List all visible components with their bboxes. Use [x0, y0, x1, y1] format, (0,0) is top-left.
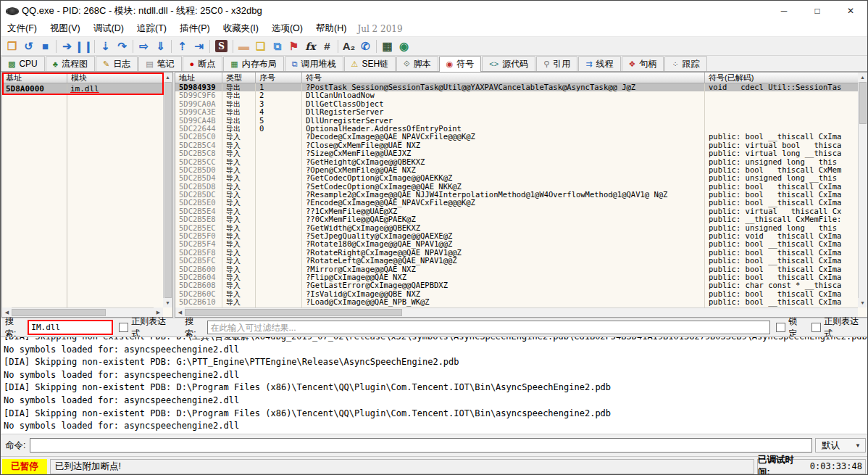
- string-refs-icon[interactable]: #: [319, 38, 335, 54]
- patches-icon[interactable]: ▬: [235, 38, 252, 54]
- tab-notes[interactable]: ▤笔记: [138, 56, 181, 71]
- symbol-row[interactable]: 5DC2B5F4导入?Rotate180@CxImage@@QAE_NPAV1@…: [175, 240, 858, 248]
- scroll-up-arrow[interactable]: ▲: [163, 73, 172, 82]
- scroll-thumb[interactable]: [12, 309, 106, 316]
- minimize-button[interactable]: ─: [767, 1, 801, 21]
- symbols-vscrollbar[interactable]: ▲ ▼: [858, 73, 867, 307]
- step-over-icon[interactable]: ↷: [114, 38, 130, 54]
- tab-call-stack[interactable]: ⧉调用堆栈: [285, 56, 343, 71]
- source-mode-icon[interactable]: S: [215, 40, 228, 52]
- menu-file[interactable]: 文件(F): [1, 22, 43, 35]
- modules-vscrollbar[interactable]: ▲ ▼: [163, 73, 172, 307]
- column-header-module[interactable]: 模块: [67, 73, 172, 83]
- tab-memory-map[interactable]: ▦内存布局: [223, 56, 283, 71]
- scroll-thumb[interactable]: [859, 82, 867, 124]
- run-icon[interactable]: ➔: [59, 38, 75, 54]
- module-row[interactable]: 5D8A0000im.dll: [2, 83, 172, 94]
- step-into-icon[interactable]: ⇣: [97, 38, 114, 54]
- symbol-row[interactable]: 5D984939导出1?PostTask_Session@SessionTask…: [175, 83, 858, 91]
- tab-graph[interactable]: ♣流程图: [46, 56, 95, 71]
- assemble-icon[interactable]: A₂: [341, 38, 357, 54]
- restart-icon[interactable]: ↺: [20, 38, 37, 54]
- checkbox-icon[interactable]: [119, 323, 128, 332]
- symbol-log-output[interactable]: [DIA] Skipping non-existent PDB: D:\工具\吾…: [1, 336, 867, 434]
- scroll-thumb[interactable]: [185, 309, 402, 316]
- symbol-row[interactable]: 5DC2B610导入?Load@CxImage@@QAE_NPB_WK@Zpub…: [175, 298, 858, 306]
- symbol-row[interactable]: 5DC2B5EC导入?GetWidth@CxImage@@QBEKXZpubli…: [175, 224, 858, 232]
- column-header-ordinal[interactable]: 序号: [255, 73, 301, 83]
- menu-trace[interactable]: 追踪(T): [130, 22, 173, 35]
- tab-threads[interactable]: ⇉线程: [578, 56, 620, 71]
- symbols-hscrollbar[interactable]: ◀: [175, 307, 858, 317]
- labels-icon[interactable]: ⧉: [269, 38, 285, 54]
- functions-icon[interactable]: fx: [302, 38, 319, 54]
- tab-references[interactable]: ⚲引用: [536, 56, 577, 71]
- symbol-row[interactable]: 5D99CA4B导出5DllUnregisterServer: [175, 117, 858, 125]
- symbol-row[interactable]: 5DC2B5C8导入?Size@CxMemFile@@UAEJXZpublic:…: [175, 149, 858, 157]
- symbol-row[interactable]: 5DC2B604导入?Flip@CxImage@@QAE_NXZpublic: …: [175, 273, 858, 281]
- column-header-address[interactable]: 地址: [175, 73, 222, 83]
- donate-globe-icon[interactable]: ◉: [396, 38, 412, 54]
- checkbox-icon[interactable]: [811, 323, 821, 332]
- symbol-row[interactable]: 5DC2B5F0导入?SetJpegQuality@CxImage@@QAEXE…: [175, 232, 858, 240]
- symbols-header[interactable]: 地址 类型 序号 符号 符号(已解码): [175, 73, 867, 83]
- symbol-row[interactable]: 5DC2B60C导入?IsValid@CxImage@@QBE_NXZpubli…: [175, 290, 858, 298]
- symbol-row[interactable]: 5DC2B5E0导入?Encode@CxImage@@QAE_NPAVCxFil…: [175, 199, 858, 207]
- run-to-cursor-icon[interactable]: ⇓: [152, 38, 169, 54]
- tab-trace[interactable]: ⁘跟踪: [664, 56, 706, 71]
- tab-handles[interactable]: ❖句柄: [622, 56, 664, 71]
- symbol-row[interactable]: 5DC2B608导入?GetLastError@CxImage@@QAEPBDX…: [175, 281, 858, 289]
- menu-debug[interactable]: 调试(D): [87, 22, 130, 35]
- command-profile-dropdown[interactable]: 默认 ▼: [815, 438, 866, 453]
- maximize-button[interactable]: □: [801, 1, 834, 21]
- symbol-row[interactable]: 5DC2B5F8导入?RotateRight@CxImage@@QAE_NPAV…: [175, 249, 858, 257]
- pause-icon[interactable]: ❙❙: [75, 38, 92, 54]
- bookmarks-icon[interactable]: ⚑: [285, 38, 302, 54]
- stop-icon[interactable]: ■: [37, 38, 54, 54]
- tab-breakpoints[interactable]: ●断点: [183, 56, 223, 71]
- tab-seh-chain[interactable]: ⚠SEH链: [344, 56, 396, 71]
- symbol-row[interactable]: 5D99CA3E导出4DllRegisterServer: [175, 108, 858, 116]
- attach-icon[interactable]: ✆: [357, 38, 374, 54]
- module-search-input[interactable]: [28, 320, 113, 335]
- tab-symbols[interactable]: ◉符号: [439, 56, 482, 72]
- symbol-filter-input[interactable]: [207, 321, 770, 334]
- tab-script[interactable]: ⟐脚本: [396, 56, 438, 71]
- close-button[interactable]: ✕: [834, 1, 867, 21]
- modules-header[interactable]: 基址 模块: [2, 73, 172, 83]
- scroll-thumb[interactable]: [164, 82, 172, 298]
- menu-options[interactable]: 选项(O): [265, 22, 309, 35]
- run-to-user-code-icon[interactable]: ⇥: [191, 38, 207, 54]
- symbol-row[interactable]: 5DC2B5C0导入?Decode@CxImage@@QAE_NPAVCxFil…: [175, 133, 858, 141]
- menu-favourites[interactable]: 收藏夹(I): [217, 22, 265, 35]
- symbol-row[interactable]: 5DC2B5D4导入?GetCodecOption@CxImage@@QAEKK…: [175, 174, 858, 182]
- symbol-row[interactable]: 5D99C9F6导出2DllCanUnloadNow: [175, 91, 858, 99]
- symbol-row[interactable]: 5DC2B5FC导入?RotateLeft@CxImage@@QAE_NPAV1…: [175, 257, 858, 265]
- checkbox-icon[interactable]: [776, 323, 785, 332]
- symbol-row[interactable]: 5DC2B5CC导入?GetHeight@CxImage@@QBEKXZpubl…: [175, 158, 858, 166]
- symbol-row[interactable]: 5DC22644导出0OptionalHeader.AddressOfEntry…: [175, 125, 858, 133]
- calculator-icon[interactable]: ▦: [379, 38, 396, 54]
- symbol-row[interactable]: 5DC2B5E4导入??1CxMemFile@@UAE@XZpublic: vi…: [175, 207, 858, 215]
- scroll-down-arrow[interactable]: ▼: [858, 298, 867, 307]
- column-header-base[interactable]: 基址: [2, 73, 67, 83]
- symbol-row[interactable]: 5DC2B5C4导入?Close@CxMemFile@@UAE_NXZpubli…: [175, 141, 858, 149]
- column-header-symbol[interactable]: 符号: [301, 73, 704, 83]
- title-bar[interactable]: QQ.exe - PID: 268C - 模块: ntdll.dll - 线程:…: [1, 1, 867, 21]
- symbol-row[interactable]: 5D99CA0A导出3DllGetClassObject: [175, 100, 858, 108]
- open-file-icon[interactable]: ❐: [4, 38, 20, 54]
- menu-view[interactable]: 视图(V): [43, 22, 87, 35]
- execute-till-return-icon[interactable]: ⇨: [135, 38, 152, 54]
- symbol-row[interactable]: 5DC2B600导入?Mirror@CxImage@@QAE_NXZpublic…: [175, 265, 858, 273]
- comments-icon[interactable]: ❏: [252, 38, 269, 54]
- scroll-up-arrow[interactable]: ▲: [858, 73, 867, 82]
- symbol-row[interactable]: 5DC2B5E8导入??0CxMemFile@@QAE@PAEK@Zpublic…: [175, 215, 858, 223]
- symbol-row[interactable]: 5DC2B5D0导入?Open@CxMemFile@@QAE_NXZpublic…: [175, 166, 858, 174]
- scroll-down-arrow[interactable]: ▼: [163, 298, 172, 307]
- tab-log[interactable]: ✎日志: [96, 56, 138, 71]
- menu-help[interactable]: 帮助(H): [309, 22, 353, 35]
- column-header-symbol-undecorated[interactable]: 符号(已解码): [704, 73, 867, 83]
- step-out-icon[interactable]: ⇡: [174, 38, 191, 54]
- symbol-row[interactable]: 5DC2B5D8导入?SetCodecOption@CxImage@@QAE_N…: [175, 183, 858, 191]
- scroll-left-arrow[interactable]: ◀: [175, 307, 185, 317]
